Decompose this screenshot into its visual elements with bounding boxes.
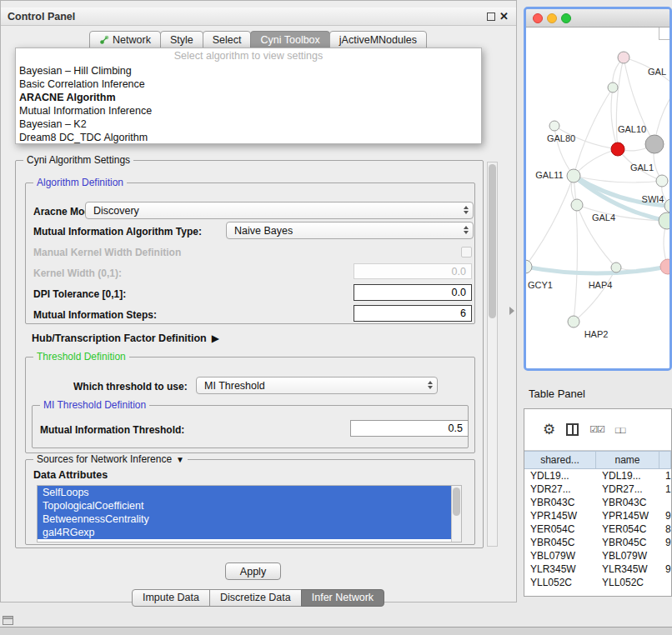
algorithm-option-mutual-information-inference[interactable]: Mutual Information Inference [16, 104, 481, 118]
algorithm-option-bayesian-k2[interactable]: Bayesian – K2 [16, 118, 481, 131]
hub-definition-toggle[interactable]: Hub/Transcription Factor Definition ▶ [32, 332, 219, 344]
network-node-gcy1[interactable] [526, 260, 532, 273]
deselect-all-icon[interactable]: □□ [615, 425, 624, 435]
minimized-panel-icon[interactable] [3, 616, 13, 625]
control-panel-titlebar[interactable]: Control Panel [1, 8, 516, 26]
data-attributes-list[interactable]: SelfLoopsTopologicalCoefficientBetweenne… [37, 485, 462, 542]
table-cell: YLR345W [596, 563, 659, 575]
algorithm-option-dream8-dc-tdc-algorithm[interactable]: Dream8 DC_TDC Algorithm [16, 131, 481, 144]
bottom-tab-discretize-data[interactable]: Discretize Data [209, 589, 302, 607]
tab-style[interactable]: Style [160, 31, 203, 48]
mi-steps-label: Mutual Information Steps: [33, 309, 157, 321]
table-panel-title: Table Panel [529, 388, 585, 400]
table-cell: 9. [659, 537, 671, 548]
apply-button[interactable]: Apply [225, 562, 281, 580]
tab-select[interactable]: Select [203, 31, 252, 48]
bottom-tab-infer-network[interactable]: Infer Network [301, 589, 384, 607]
algorithm-option-aracne-algorithm[interactable]: ARACNE Algorithm [16, 91, 481, 104]
float-window-icon[interactable] [487, 12, 495, 21]
network-node-gal10[interactable] [611, 142, 624, 156]
table-row[interactable]: YER054CYER054C8. [524, 522, 671, 536]
tab-cyni-toolbox[interactable]: Cyni Toolbox [250, 31, 329, 48]
tab-jactivemnodules[interactable]: jActiveMNodules [329, 31, 427, 48]
settings-scrollbar-thumb[interactable] [489, 164, 496, 318]
table-row[interactable]: YDL19...YDL19...13 [524, 469, 671, 482]
close-icon[interactable]: ✕ [499, 12, 509, 21]
tab-label: Network [113, 34, 151, 46]
select-all-icon[interactable]: ☑☑ [589, 424, 604, 435]
tab-network[interactable]: Network [89, 31, 161, 48]
table-row[interactable]: YLR345WYLR345W9. [524, 562, 671, 576]
minimize-traffic-light[interactable] [547, 13, 557, 23]
network-tab-icon [99, 35, 109, 45]
aracne-mode-select[interactable]: Discovery [85, 202, 474, 219]
mi-threshold-field[interactable] [350, 420, 469, 437]
mi-type-select[interactable]: Naive Bayes [226, 222, 474, 239]
network-node-gal11[interactable] [567, 169, 580, 182]
attribute-item-selfloops[interactable]: SelfLoops [38, 486, 451, 499]
algorithm-option-basic-correlation-inference[interactable]: Basic Correlation Inference [16, 78, 481, 91]
tab-label: jActiveMNodules [339, 34, 417, 46]
settings-scrollbar[interactable] [487, 162, 498, 547]
attribute-item-topologicalcoefficient[interactable]: TopologicalCoefficient [38, 499, 451, 512]
algorithm-option-bayesian-hill-climbing[interactable]: Bayesian – Hill Climbing [16, 64, 481, 78]
network-node[interactable] [608, 82, 618, 92]
algorithm-dropdown-popup: Select algorithm to view settings Bayesi… [15, 48, 482, 144]
table-row[interactable]: YPR145WYPR145W9. [524, 509, 671, 522]
network-node-hap2[interactable] [568, 316, 579, 328]
which-threshold-label: Which threshold to use: [73, 381, 188, 392]
table-cell: 9. [659, 510, 671, 522]
table-cell: YBR045C [596, 537, 659, 548]
which-threshold-select[interactable]: MI Threshold [196, 377, 438, 394]
manual-kernel-label: Manual Kernel Width Definition [33, 247, 181, 258]
network-node[interactable] [645, 135, 664, 153]
table-row[interactable]: YBL079WYBL079W [524, 549, 671, 562]
table-row[interactable]: YLL052CYLL052C [524, 576, 671, 589]
network-node-gal80[interactable] [549, 121, 559, 131]
node-label-gal1: GAL1 [630, 162, 654, 172]
table-cell: YDR27... [524, 483, 596, 495]
column-header-extra[interactable] [659, 452, 671, 468]
network-node-hap4[interactable] [660, 259, 669, 274]
network-canvas[interactable]: GAL80GAL10GAL11GAL1SWI4GAL4GCY1HAP4HAP2G… [526, 28, 669, 368]
network-node[interactable] [618, 52, 629, 63]
bottom-tab-impute-data[interactable]: Impute Data [132, 589, 210, 607]
table-cell: YDR27... [596, 483, 659, 495]
table-row[interactable]: YBR045CYBR045C9. [524, 536, 671, 549]
attribute-list-scrollbar[interactable] [451, 486, 461, 542]
network-node[interactable] [611, 262, 621, 272]
table-body: YDL19...YDL19...13YDR27...YDR27...12YBR0… [524, 469, 671, 589]
tab-label: Style [170, 34, 193, 46]
gear-icon[interactable]: ⚙ [543, 422, 555, 437]
sources-title-text: Sources for Network Inference [37, 453, 172, 465]
network-canvas-area: GAL80GAL10GAL11GAL1SWI4GAL4GCY1HAP4HAP2G… [526, 28, 669, 368]
attribute-item-gal4rgexp[interactable]: gal4RGexp [38, 526, 451, 539]
network-node[interactable] [659, 212, 669, 229]
network-node-gal4[interactable] [571, 199, 583, 211]
aracne-mode-value: Discovery [93, 205, 139, 217]
tab-label: Cyni Toolbox [260, 34, 319, 46]
attribute-list-scrollbar-thumb[interactable] [453, 488, 460, 516]
panel-splitter-handle[interactable] [509, 307, 514, 315]
network-node-gal1[interactable] [656, 175, 668, 187]
column-header-name[interactable]: name [596, 452, 659, 468]
mi-type-label: Mutual Information Algorithm Type: [33, 226, 202, 238]
attribute-item-betweennesscentrality[interactable]: BetweennessCentrality [38, 512, 451, 526]
network-node-swi4[interactable] [664, 199, 669, 212]
table-cell: 12 [659, 483, 671, 495]
algorithm-definition-title: Algorithm Definition [33, 177, 127, 188]
column-header-shared[interactable]: shared... [524, 452, 596, 468]
algorithm-placeholder: Select algorithm to view settings [16, 48, 481, 64]
collapse-arrow-icon[interactable]: ▼ [176, 455, 184, 464]
mi-steps-field[interactable] [354, 305, 472, 322]
columns-icon[interactable] [566, 423, 579, 436]
manual-kernel-checkbox[interactable] [461, 247, 472, 258]
table-row[interactable]: YDR27...YDR27...12 [524, 482, 671, 496]
mi-threshold-title: MI Threshold Definition [40, 399, 149, 411]
zoom-traffic-light[interactable] [561, 13, 571, 23]
network-window-titlebar[interactable] [526, 9, 669, 28]
table-row[interactable]: YBR043CYBR043C [524, 496, 671, 509]
table-cell: YLR345W [524, 563, 596, 575]
close-traffic-light[interactable] [533, 13, 543, 23]
dpi-tolerance-field[interactable] [354, 284, 472, 301]
